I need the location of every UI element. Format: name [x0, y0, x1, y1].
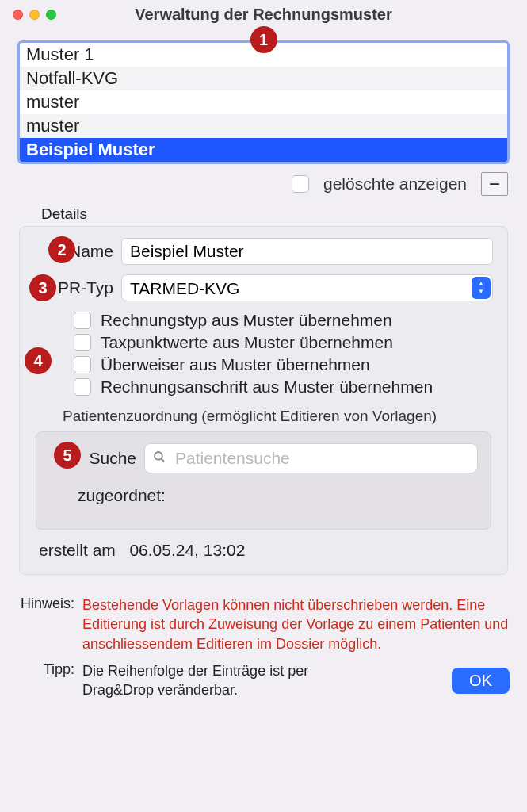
list-item[interactable]: Notfall-KVG — [20, 67, 507, 90]
show-deleted-label: gelöschte anzeigen — [323, 174, 467, 193]
annotation-badge-1: 1 — [250, 26, 277, 53]
list-item[interactable]: muster — [20, 114, 507, 138]
hint-text: Bestehende Vorlagen können nicht übersch… — [82, 596, 510, 653]
check-label: Rechnungstyp aus Muster übernehmen — [101, 311, 392, 330]
list-item-selected[interactable]: Beispiel Muster — [20, 138, 507, 162]
annotation-badge-2: 2 — [48, 236, 75, 263]
details-heading: Details — [41, 205, 510, 223]
check-label: Rechnungsanschrift aus Muster übernehmen — [101, 377, 433, 396]
created-label: erstellt am — [39, 541, 116, 559]
assign-panel: 5 Suche zugeordnet: — [36, 431, 491, 530]
remove-button[interactable]: − — [481, 172, 508, 196]
name-input[interactable] — [121, 238, 493, 265]
assigned-label: zugeordnet: — [78, 486, 478, 505]
check-taxpunktwerte[interactable] — [74, 334, 91, 351]
prtyp-select[interactable]: TARMED-KVG — [121, 274, 493, 301]
created-value: 06.05.24, 13:02 — [129, 541, 245, 559]
annotation-badge-4: 4 — [25, 347, 52, 374]
minus-icon: − — [489, 174, 500, 193]
check-rechnungstyp[interactable] — [74, 312, 91, 329]
patient-search-input[interactable] — [144, 443, 478, 473]
annotation-badge-3: 3 — [29, 274, 56, 301]
details-panel: 2 3 4 Name PR-Typ TARMED-KVG ▲ ▼ Rechnun… — [19, 226, 508, 575]
window-title: Verwaltung der Rechnungsmuster — [0, 6, 527, 24]
template-listbox[interactable]: Muster 1 Notfall-KVG muster muster Beisp… — [17, 40, 510, 164]
check-rechnungsanschrift[interactable] — [74, 378, 91, 396]
tip-text: Die Reihenfolge der Einträge ist per Dra… — [82, 661, 336, 700]
check-label: Überweiser aus Muster übernehmen — [101, 355, 370, 374]
tip-label: Tipp: — [17, 661, 74, 700]
check-ueberweiser[interactable] — [74, 356, 91, 373]
list-item[interactable]: muster — [20, 90, 507, 114]
check-label: Taxpunktwerte aus Muster übernehmen — [101, 333, 393, 352]
annotation-badge-5: 5 — [54, 442, 81, 469]
hint-label: Hinweis: — [17, 596, 74, 653]
titlebar: Verwaltung der Rechnungsmuster — [0, 0, 527, 28]
ok-button[interactable]: OK — [452, 668, 510, 694]
assign-heading: Patientenzuordnung (ermöglicht Editieren… — [63, 408, 493, 425]
show-deleted-checkbox[interactable] — [292, 175, 309, 193]
